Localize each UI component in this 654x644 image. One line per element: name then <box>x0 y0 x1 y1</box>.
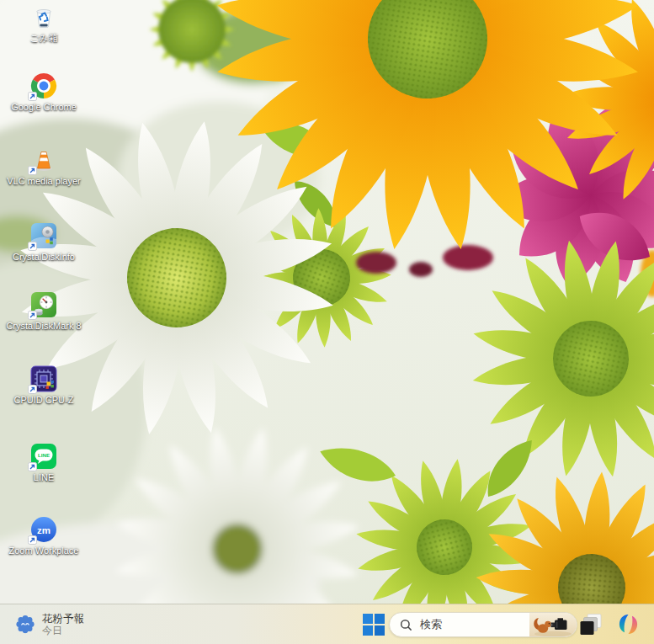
flower-wallpaper <box>0 0 654 644</box>
widget-subtitle: 今日 <box>42 625 84 636</box>
taskbar-copilot-button[interactable] <box>613 609 643 640</box>
desktop-icon-crystaldiskmark[interactable]: CrystalDiskMark 8 <box>3 291 84 332</box>
desktop-icon-vlc[interactable]: VLC media player <box>3 146 84 187</box>
shortcut-arrow-icon <box>28 535 37 545</box>
squirrel-with-camera-photo[interactable] <box>529 612 577 637</box>
desktop-icon-label: LINE <box>34 472 54 483</box>
recycle-bin-icon <box>30 3 57 30</box>
desktop-icon-label: Zoom Workplace <box>9 546 79 556</box>
desktop-icon-line[interactable]: LINE LINE <box>3 443 84 483</box>
shortcut-arrow-icon <box>28 311 37 320</box>
desktop-icon-cpu-z[interactable]: CPUID CPU-Z <box>3 365 84 406</box>
start-button[interactable] <box>359 610 388 639</box>
stacked-photos-icon <box>580 614 602 636</box>
desktop-icon-label: CrystalDiskMark 8 <box>6 321 81 332</box>
desktop-icon-crystaldiskinfo[interactable]: CrystalDiskInfo <box>3 222 84 263</box>
desktop-icon-zoom[interactable]: zm Zoom Workplace <box>3 516 84 556</box>
weather-widget[interactable]: 花粉予報 今日 <box>11 610 89 638</box>
desktop-icon-label: VLC media player <box>7 176 80 187</box>
taskbar-app-stacked-photos[interactable] <box>576 609 606 640</box>
copilot-icon <box>617 613 640 636</box>
shortcut-arrow-icon <box>28 166 37 175</box>
search-icon <box>400 619 412 631</box>
search-box[interactable]: 検索 <box>389 612 577 637</box>
taskbar: 花粉予報 今日 検索 <box>0 604 654 644</box>
desktop-icon-label: CPUID CPU-Z <box>14 395 74 406</box>
desktop-icon-google-chrome[interactable]: Google Chrome <box>3 72 84 113</box>
desktop-icon-label: ごみ箱 <box>29 33 58 44</box>
widget-title: 花粉予報 <box>42 612 84 625</box>
desktop-icon-label: Google Chrome <box>11 102 77 113</box>
zoom-badge-text: zm <box>37 525 51 535</box>
pollen-icon <box>16 615 35 634</box>
windows-start-icon <box>363 614 385 636</box>
desktop-icon-label: CrystalDiskInfo <box>13 252 75 263</box>
line-badge-text: LINE <box>38 452 50 458</box>
search-placeholder: 検索 <box>420 617 442 632</box>
desktop-icon-recycle-bin[interactable]: ごみ箱 <box>3 3 84 44</box>
shortcut-arrow-icon <box>28 242 37 251</box>
shortcut-arrow-icon <box>28 385 37 394</box>
shortcut-arrow-icon <box>28 462 37 471</box>
shortcut-arrow-icon <box>28 92 37 101</box>
desktop: ごみ箱 Google Chrome <box>0 0 654 644</box>
